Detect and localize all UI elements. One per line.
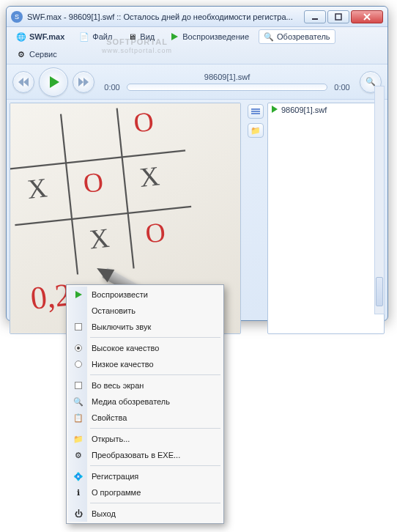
app-icon: S <box>11 11 23 23</box>
playlist-item[interactable]: 98609[1].swf <box>268 103 384 117</box>
play-button[interactable] <box>39 67 68 97</box>
folder-button[interactable]: 📁 <box>248 123 264 138</box>
time-total: 0:00 <box>332 83 352 92</box>
menu-toolbar: 🌐 SWF.max 📄 Файл 🖥 Вид Воспроизведение 🔍… <box>7 27 387 64</box>
document-icon: 📄 <box>79 32 89 42</box>
close-button[interactable] <box>351 10 383 23</box>
ctx-register[interactable]: 💠 Регистрация <box>68 468 222 484</box>
maximize-button[interactable] <box>327 10 349 23</box>
ctx-open[interactable]: 📁 Открыть... <box>68 431 222 447</box>
ctx-mute[interactable]: Выключить звук <box>68 319 222 335</box>
app-menu[interactable]: 🌐 SWF.max <box>11 29 70 44</box>
gear-icon: ⚙ <box>16 49 26 59</box>
titlebar[interactable]: S SWF.max - 98609[1].swf :: Осталось дне… <box>7 7 387 27</box>
ctx-about[interactable]: ℹ О программе <box>68 484 222 500</box>
svg-marker-4 <box>171 33 178 40</box>
context-menu: Воспроизвести Остановить Выключить звук … <box>66 284 224 524</box>
exit-icon: ⏻ <box>73 508 84 520</box>
side-toolbar: 📁 <box>244 100 267 337</box>
separator <box>90 465 220 466</box>
globe-icon: 🌐 <box>16 32 26 42</box>
window-title: SWF.max - 98609[1].swf :: Осталось дней … <box>27 12 304 21</box>
separator <box>90 374 220 375</box>
progress-bar[interactable] <box>127 84 327 91</box>
ctx-low-quality[interactable]: Низкое качество <box>68 356 222 372</box>
separator <box>90 503 220 503</box>
separator <box>90 428 220 429</box>
next-button[interactable] <box>73 71 94 93</box>
radio-on-icon <box>73 342 84 354</box>
playback-menu[interactable]: Воспроизведение <box>164 29 254 44</box>
ctx-exit[interactable]: ⏻ Выход <box>68 506 222 522</box>
checkbox-icon <box>73 321 84 333</box>
ctx-high-quality[interactable]: Высокое качество <box>68 340 222 356</box>
view-icon: 🖥 <box>127 32 137 42</box>
ctx-media-browser[interactable]: 🔍 Медиа обозреватель <box>68 394 222 410</box>
playlist-item-label: 98609[1].swf <box>281 106 327 114</box>
browser-menu[interactable]: 🔍 Обозреватель <box>259 29 335 44</box>
checkbox-icon <box>73 380 84 391</box>
playlist-panel: 98609[1].swf <box>267 103 385 334</box>
prev-button[interactable] <box>12 71 34 93</box>
ctx-fullscreen[interactable]: Во весь экран <box>68 377 222 394</box>
minimize-button[interactable] <box>304 10 326 23</box>
svg-marker-5 <box>18 78 23 86</box>
ctx-stop[interactable]: Остановить <box>68 303 222 319</box>
svg-marker-6 <box>23 78 29 86</box>
play-icon <box>73 289 84 300</box>
current-file-label: 98609[1].swf <box>102 73 352 81</box>
svg-marker-14 <box>75 291 82 298</box>
ctx-play[interactable]: Воспроизвести <box>68 287 222 303</box>
file-menu[interactable]: 📄 Файл <box>74 29 117 44</box>
exe-icon: ⚙ <box>73 449 84 461</box>
app-window: S SWF.max - 98609[1].swf :: Осталось дне… <box>6 6 388 321</box>
ctx-properties[interactable]: 📋 Свойства <box>68 410 222 426</box>
scrollbar-thumb[interactable] <box>376 277 383 306</box>
svg-rect-1 <box>335 14 341 20</box>
svg-marker-13 <box>272 106 278 113</box>
svg-marker-8 <box>78 78 84 86</box>
play-icon <box>169 32 179 42</box>
svg-marker-9 <box>84 78 89 86</box>
magnifier-icon: 🔍 <box>264 32 274 42</box>
scrollbar[interactable] <box>374 86 385 314</box>
info-icon: ℹ <box>73 487 84 498</box>
properties-icon: 📋 <box>73 412 84 424</box>
folder-icon: 📁 <box>73 433 84 445</box>
radio-off-icon <box>73 358 84 370</box>
player-bar: 98609[1].swf 0:00 0:00 🔍 <box>7 64 387 100</box>
svg-marker-7 <box>50 76 59 88</box>
view-menu[interactable]: 🖥 Вид <box>122 29 160 44</box>
play-icon <box>271 106 278 114</box>
separator <box>90 337 220 338</box>
list-toggle-button[interactable] <box>248 104 264 119</box>
register-icon: 💠 <box>73 470 84 482</box>
ctx-convert-exe[interactable]: ⚙ Преобразовать в EXE... <box>68 447 222 463</box>
magnifier-icon: 🔍 <box>73 396 84 407</box>
time-elapsed: 0:00 <box>102 83 122 92</box>
service-menu[interactable]: ⚙ Сервис <box>11 47 62 62</box>
